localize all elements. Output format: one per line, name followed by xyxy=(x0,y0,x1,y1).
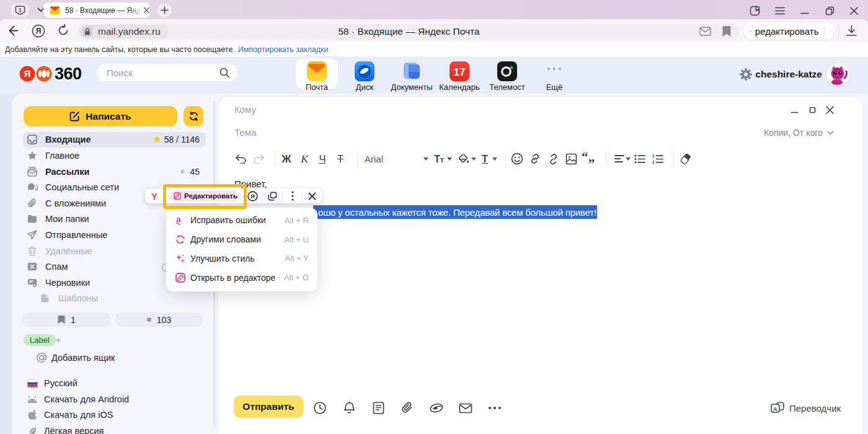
back-button[interactable] xyxy=(7,24,20,37)
sidebar-footer-link[interactable]: Лёгкая версия xyxy=(27,424,104,434)
cc-from-toggle[interactable]: Копии, От кого xyxy=(764,128,834,138)
lock-icon[interactable] xyxy=(82,26,93,37)
menu-item[interactable]: Улучшить стильAlt + Y xyxy=(166,249,317,268)
footer-label: Скачать для iOS xyxy=(44,410,113,420)
align-button[interactable] xyxy=(613,151,626,167)
window-close-button[interactable] xyxy=(848,5,859,16)
numbered-list-button[interactable]: 12 xyxy=(650,151,666,167)
unread-filter-pill[interactable]: 103 xyxy=(115,312,203,327)
align-chevron[interactable] xyxy=(624,151,632,167)
send-button[interactable]: Отправить xyxy=(234,396,303,418)
app-more[interactable]: Ещё xyxy=(533,58,575,89)
highlight-color-button[interactable] xyxy=(456,151,470,167)
search-input[interactable]: Поиск xyxy=(97,64,237,81)
add-mailbox-button[interactable]: Добавить ящик xyxy=(36,351,115,365)
highlight-color-chevron[interactable] xyxy=(470,151,477,167)
more-actions-button[interactable] xyxy=(487,400,503,416)
bold-button[interactable]: Ж xyxy=(278,151,294,167)
popup-kebab-icon[interactable] xyxy=(283,191,302,201)
browser-tab[interactable]: 58 · Входящие — Яндек xyxy=(43,2,150,18)
selected-text[interactable]: ошо у остальных кажется тоже. Передавай … xyxy=(313,205,597,219)
font-family-select[interactable]: Arial xyxy=(365,151,433,167)
copy-icon[interactable] xyxy=(263,192,282,201)
font-name: Arial xyxy=(365,154,383,164)
compose-close-button[interactable] xyxy=(825,105,835,115)
downloads-button[interactable] xyxy=(846,25,857,37)
compose-expand-button[interactable] xyxy=(808,105,817,115)
sidebar-footer-link[interactable]: Русский xyxy=(27,376,78,390)
menu-item[interactable]: aИсправить ошибкиAlt + R xyxy=(166,211,317,230)
search-placeholder: Поиск xyxy=(107,68,133,78)
refresh-button[interactable] xyxy=(184,106,203,126)
popup-close-icon[interactable] xyxy=(303,192,322,200)
reminder-button[interactable] xyxy=(341,400,357,416)
attach-file-button[interactable] xyxy=(399,400,415,416)
subject-field[interactable]: Тема xyxy=(234,127,256,138)
to-field[interactable]: Кому xyxy=(234,104,256,115)
compose-button[interactable]: Написать xyxy=(24,106,177,126)
signature-button[interactable] xyxy=(428,400,445,416)
letter-settings-button[interactable] xyxy=(458,400,474,416)
strikethrough-button[interactable]: Т xyxy=(332,151,348,167)
extension-kebab-icon[interactable] xyxy=(829,26,830,36)
text-color-chevron[interactable] xyxy=(491,151,498,167)
undo-icon[interactable] xyxy=(232,151,249,167)
insert-image-button[interactable] xyxy=(563,151,579,167)
underline-button[interactable]: Ч xyxy=(314,151,330,167)
omnibox-bookmark-icon[interactable] xyxy=(722,25,731,37)
menu-item[interactable]: Открыть в редактореAlt + O xyxy=(166,268,317,287)
sidebar-folder[interactable]: Входящие58 / 1146 xyxy=(23,132,206,148)
omnibox-mail-icon[interactable] xyxy=(699,27,711,36)
app-calendar[interactable]: 17Календарь xyxy=(438,58,480,89)
url-chip[interactable]: mail.yandex.ru xyxy=(80,25,168,38)
app-telemost[interactable]: Телемост xyxy=(486,58,528,89)
text-color-button[interactable]: Т xyxy=(479,151,491,167)
window-restore-button[interactable] xyxy=(824,5,835,16)
add-label-button[interactable]: + xyxy=(53,334,63,346)
window-minimize-button[interactable] xyxy=(799,5,810,16)
menu-item-label: Открыть в редакторе xyxy=(190,273,275,283)
import-bookmarks-link[interactable]: Импортировать закладки xyxy=(238,45,329,54)
yandex360-logo[interactable]: Я 360 xyxy=(19,64,82,84)
schedule-send-button[interactable] xyxy=(312,400,328,416)
translator-button[interactable]: А Переводчик xyxy=(771,401,841,415)
font-size-chevron[interactable] xyxy=(446,151,453,167)
unlink-button[interactable] xyxy=(545,151,561,167)
emoji-button[interactable] xyxy=(509,151,525,167)
sidebar-folder[interactable]: Рассылки45 xyxy=(23,164,206,180)
bullet-list-button[interactable] xyxy=(632,151,648,167)
eraser-button[interactable] xyxy=(678,151,694,167)
link-button[interactable] xyxy=(527,151,543,167)
sidebar-folder[interactable]: Шаблоны xyxy=(23,291,206,307)
redo-icon[interactable] xyxy=(250,151,267,167)
notes-button[interactable] xyxy=(370,400,386,416)
sidebar-footer-link[interactable]: Скачать для Android xyxy=(27,392,129,406)
browser-address-bar: Я 58 · Входящие — Яндекс Почта mail.yand… xyxy=(0,19,868,42)
avatar[interactable] xyxy=(826,63,849,86)
new-tab-button[interactable] xyxy=(157,3,172,17)
app-mail[interactable]: Почта xyxy=(296,58,338,89)
editor-extension-button[interactable]: редактировать xyxy=(743,22,835,40)
sidebar-folder[interactable]: Главное xyxy=(23,148,206,164)
bookmarked-filter-pill[interactable]: 1 xyxy=(23,312,110,327)
label-tag[interactable]: Label xyxy=(24,334,56,346)
menu-item[interactable]: Другими словамиAlt + U xyxy=(166,230,317,249)
sidebar-footer-link[interactable]: Скачать для iOS xyxy=(27,408,113,422)
quote-button[interactable]: “„ xyxy=(581,151,597,167)
browser-panels-icon[interactable] xyxy=(749,5,760,16)
app-disk[interactable]: Диск xyxy=(343,58,386,89)
omnibox[interactable]: 58 · Входящие — Яндекс Почта mail.yandex… xyxy=(78,24,740,40)
yandex-search-button[interactable]: Я xyxy=(32,24,45,38)
app-label: Диск xyxy=(356,82,373,92)
tab-title: 58 · Входящие — Яндек xyxy=(65,6,142,15)
reload-button[interactable] xyxy=(57,24,69,37)
compose-minimize-button[interactable] xyxy=(790,105,799,115)
tab-count-button[interactable]: 1 xyxy=(11,3,29,17)
template-icon xyxy=(40,293,51,304)
italic-button[interactable]: К xyxy=(296,151,312,167)
url-text: mail.yandex.ru xyxy=(98,26,161,37)
browser-menu-icon[interactable] xyxy=(774,5,786,16)
username[interactable]: cheshire-katze xyxy=(750,69,822,80)
app-documents[interactable]: Документы xyxy=(391,58,433,89)
tab-close-icon[interactable] xyxy=(143,7,150,14)
